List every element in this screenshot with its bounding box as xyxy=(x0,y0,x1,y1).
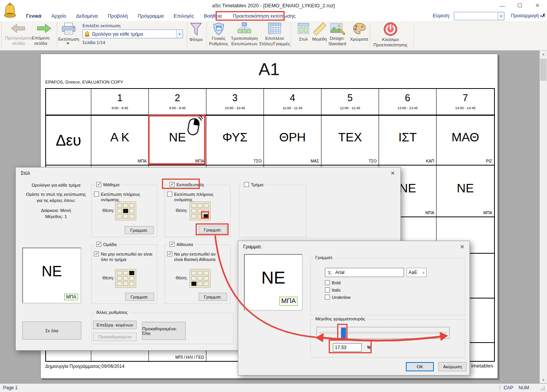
underline-checkbox[interactable] xyxy=(325,295,330,300)
lesson-position-grid[interactable] xyxy=(115,202,136,220)
maximize-button[interactable] xyxy=(511,0,529,11)
menu-dedomena[interactable]: Δεδομένα xyxy=(71,11,102,21)
next-page-button[interactable]: Επόμενη σελίδα xyxy=(27,35,54,46)
scroll-up-icon[interactable]: ∧ xyxy=(540,51,547,58)
room-checkbox[interactable] xyxy=(170,242,175,247)
room-font-button[interactable]: Γραμματ. xyxy=(199,293,227,301)
teacher-fullname-checkbox[interactable] xyxy=(167,192,172,197)
printout-dropdown-icon[interactable]: ▾ xyxy=(176,30,183,38)
status-caps: CAP xyxy=(504,385,513,390)
period-header: 18:00 - 8:45 xyxy=(91,89,149,116)
menu-programma[interactable]: Πρόγραμμα xyxy=(133,11,169,21)
lesson-cell[interactable]: ΘΡΗΜΑΣ xyxy=(264,116,321,166)
apply-all-button[interactable]: Σε όλα xyxy=(22,321,81,340)
cancel-button[interactable]: Ακύρωση xyxy=(438,362,466,371)
teacher-font-button[interactable]: Γραμματ. xyxy=(199,226,227,234)
search-input[interactable]: ▾ xyxy=(454,12,504,20)
group-font-button[interactable]: Γραμματ. xyxy=(125,293,154,301)
slider-thumb[interactable] xyxy=(341,328,346,338)
lesson-checkbox[interactable] xyxy=(96,182,101,187)
menu-genika[interactable]: Γενικά xyxy=(21,11,46,21)
period-header: 613:00 - 13:45 xyxy=(379,89,437,116)
font-dialog-title[interactable]: Γραμματ. xyxy=(238,241,470,253)
lesson-font-button[interactable]: Γραμματ. xyxy=(125,226,154,234)
bell-icon xyxy=(84,31,90,37)
group-checkbox[interactable] xyxy=(96,242,101,247)
defaults-button[interactable]: Προκαθορισμένα xyxy=(93,333,137,341)
status-num: NUM xyxy=(519,385,529,390)
menu-provoli[interactable]: Προβολή xyxy=(103,11,133,21)
lesson-cell[interactable]: Α ΚΜΠΑ xyxy=(91,116,149,166)
page-title: A1 xyxy=(40,59,498,79)
teacher-checkbox[interactable] xyxy=(170,182,175,187)
menu-epiloges[interactable]: Επιλογές xyxy=(169,11,199,21)
group-position-grid[interactable] xyxy=(115,269,136,288)
print-dropdown-icon[interactable] xyxy=(66,43,69,44)
group-label: Ομάδα xyxy=(103,242,117,247)
menu-voitheia[interactable]: Βοήθεια xyxy=(199,11,227,21)
vertical-scrollbar[interactable]: ∧ ∨ xyxy=(540,51,547,383)
modify-printouts-button[interactable]: Τροποποίηση Εκτυπώσεων xyxy=(229,36,260,46)
room-position-grid[interactable] xyxy=(189,269,211,288)
font-dialog: Γραμματ. ✕ ΝΕ ΜΠΑ Γραμματ. T T Arial AaE… xyxy=(238,241,470,376)
font-size-input[interactable] xyxy=(333,343,362,352)
menu-print-preview[interactable]: Προεπισκόπηση εκτύπωσης xyxy=(227,11,302,21)
resize-grip[interactable] xyxy=(540,386,545,391)
lesson-cell[interactable]: ΜΑΘΡΙΖ xyxy=(437,116,494,166)
next-page-icon xyxy=(37,24,51,33)
preview-teacher-badge: ΜΠΑ xyxy=(64,294,78,300)
preview-subject: ΝΕ xyxy=(23,263,81,279)
filter-button[interactable]: Φίλτρο xyxy=(185,37,208,42)
style-dialog-close-icon[interactable]: ✕ xyxy=(390,170,395,176)
search-label: Εύρεση: xyxy=(433,13,450,18)
defaults-all-button[interactable]: Προκαθορισμένα: Όλα xyxy=(142,322,186,340)
font-dialog-close-icon[interactable]: ✕ xyxy=(460,244,465,250)
style-dialog-title[interactable]: Στύλ xyxy=(16,167,400,179)
bold-checkbox[interactable] xyxy=(325,280,330,285)
font-sample-select[interactable]: AaE ∨ xyxy=(407,268,427,277)
style-desc-line2: για τις κάρτες όπου: xyxy=(20,198,92,203)
scrollbar-thumb[interactable] xyxy=(540,59,547,81)
app-bell-icon[interactable]: aSc xyxy=(3,2,17,18)
extra-columns-button[interactable]: Επιπλέον Στήλες/Γραμμές xyxy=(259,36,291,46)
close-button[interactable]: × xyxy=(529,0,546,11)
room-suboption-checkbox[interactable] xyxy=(167,251,172,256)
position-label: Θέση: xyxy=(176,276,188,280)
colors-icon xyxy=(351,22,367,36)
minimize-button[interactable]: — xyxy=(493,0,511,11)
group-suboption-checkbox[interactable] xyxy=(94,251,99,256)
customize-close-icon[interactable]: ✗ xyxy=(542,13,546,18)
font-group-label: Γραμματ. xyxy=(315,255,333,260)
lesson-cell[interactable]: ΤΕΧΤΣΟ xyxy=(321,116,379,166)
status-bar: Page 1 CAP NUM xyxy=(0,383,547,392)
edit-texts-button[interactable]: Επεξεργ. κειμένων xyxy=(93,321,137,329)
chevron-down-icon: ∨ xyxy=(422,271,425,274)
search-dropdown-icon[interactable]: ▾ xyxy=(498,12,504,20)
modify-printouts-icon xyxy=(237,22,252,36)
ok-button[interactable]: OK xyxy=(406,362,434,371)
menu-arxeio[interactable]: Αρχείο xyxy=(46,11,71,21)
font-size-slider[interactable] xyxy=(320,332,446,334)
font-name-select[interactable]: T T Arial xyxy=(325,268,404,277)
teacher-position-grid[interactable] xyxy=(189,202,211,220)
lesson-fullname-checkbox[interactable] xyxy=(94,192,99,197)
customize-menu[interactable]: Προσαρμογή ▾ xyxy=(511,13,542,18)
printout-select[interactable]: Ωρολόγιο για κάθε τμήμα ▾ xyxy=(82,30,183,38)
class-checkbox[interactable] xyxy=(244,182,249,187)
colors-button[interactable]: Χρώματα xyxy=(347,36,371,42)
close-preview-button[interactable]: Κλείσιμο Προεπισκόπησης xyxy=(371,37,410,48)
print-button[interactable]: Εκτύπωση xyxy=(56,36,81,42)
font-group: Γραμματ. T T Arial AaE ∨ Bold Italic Und… xyxy=(310,258,465,315)
close-preview-icon xyxy=(383,21,398,37)
lesson-cell[interactable]: ΝΕΜΠΑ xyxy=(437,166,494,217)
italic-checkbox[interactable] xyxy=(325,287,330,292)
font-size-group: Μέγεθος γραμματοσειράς % xyxy=(310,319,465,358)
font-size-group-label: Μέγεθος γραμματοσειράς xyxy=(315,317,365,321)
period-header: 714:00 - 14:45 xyxy=(437,89,494,116)
lesson-cell[interactable]: ΙΣΤΚΑΠ xyxy=(379,116,437,166)
class-group: Τμήμα xyxy=(239,185,306,237)
design-button[interactable]: Design: Standard xyxy=(325,36,350,46)
scroll-down-icon[interactable]: ∨ xyxy=(540,376,547,383)
lesson-cell[interactable]: ΦΥΣΤΣΟ xyxy=(206,116,264,166)
truetype-icon: T T xyxy=(328,270,333,275)
